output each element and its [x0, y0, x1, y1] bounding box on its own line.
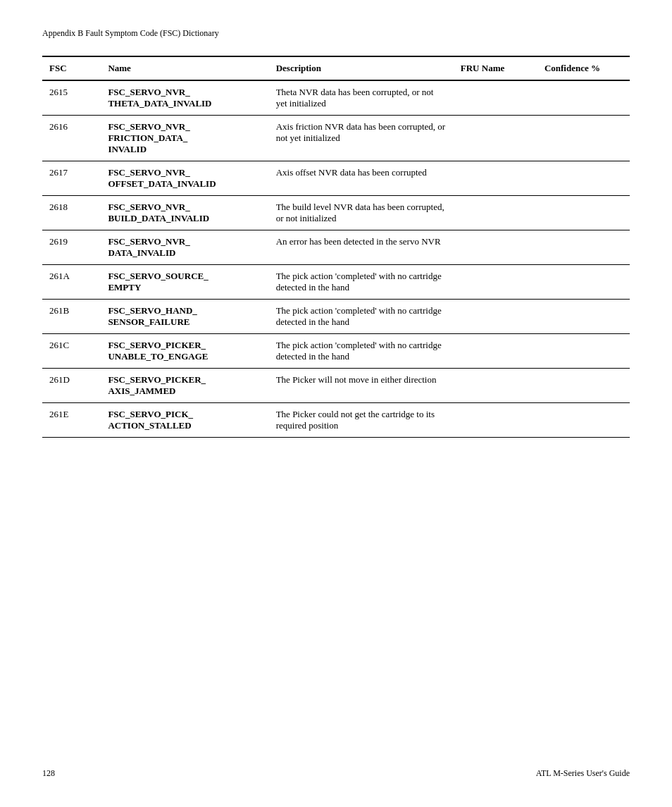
table-row: 2619 FSC_SERVO_NVR_DATA_INVALID An error…	[42, 230, 630, 265]
cell-confidence	[537, 369, 630, 403]
table-row: 261D FSC_SERVO_PICKER_AXIS_JAMMED The Pi…	[42, 369, 630, 403]
cell-name: FSC_SERVO_NVR_FRICTION_DATA_INVALID	[101, 116, 268, 161]
cell-fru	[454, 80, 537, 116]
col-header-fsc: FSC	[42, 56, 101, 80]
col-header-confidence: Confidence %	[537, 56, 630, 80]
cell-confidence	[537, 80, 630, 116]
col-header-name: Name	[101, 56, 268, 80]
book-title: ATL M-Series User's Guide	[536, 768, 630, 779]
cell-fsc: 261C	[42, 334, 101, 369]
header-text: Appendix B Fault Symptom Code (FSC) Dict…	[42, 28, 219, 38]
cell-description: The pick action 'completed' with no cart…	[269, 300, 454, 334]
cell-name: FSC_SERVO_HAND_SENSOR_FAILURE	[101, 300, 268, 334]
cell-fru	[454, 196, 537, 230]
cell-fru	[454, 334, 537, 369]
cell-fsc: 2619	[42, 230, 101, 265]
cell-confidence	[537, 403, 630, 438]
cell-description: Axis offset NVR data has been corrupted	[269, 161, 454, 196]
cell-fsc: 2615	[42, 80, 101, 116]
cell-confidence	[537, 300, 630, 334]
cell-fsc: 2618	[42, 196, 101, 230]
cell-fsc: 261D	[42, 369, 101, 403]
cell-name: FSC_SERVO_NVR_DATA_INVALID	[101, 230, 268, 265]
cell-fru	[454, 161, 537, 196]
cell-confidence	[537, 161, 630, 196]
table-row: 2618 FSC_SERVO_NVR_BUILD_DATA_INVALID Th…	[42, 196, 630, 230]
page-container: Appendix B Fault Symptom Code (FSC) Dict…	[0, 0, 672, 466]
table-row: 2615 FSC_SERVO_NVR_THETA_DATA_INVALID Th…	[42, 80, 630, 116]
cell-fru	[454, 116, 537, 161]
cell-name: FSC_SERVO_PICKER_AXIS_JAMMED	[101, 369, 268, 403]
cell-description: The pick action 'completed' with no cart…	[269, 265, 454, 300]
table-row: 2617 FSC_SERVO_NVR_OFFSET_DATA_INVALID A…	[42, 161, 630, 196]
cell-description: An error has been detected in the servo …	[269, 230, 454, 265]
cell-fsc: 2617	[42, 161, 101, 196]
cell-description: The pick action 'completed' with no cart…	[269, 334, 454, 369]
cell-confidence	[537, 196, 630, 230]
cell-name: FSC_SERVO_NVR_THETA_DATA_INVALID	[101, 80, 268, 116]
cell-confidence	[537, 116, 630, 161]
table-row: 2616 FSC_SERVO_NVR_FRICTION_DATA_INVALID…	[42, 116, 630, 161]
cell-description: Theta NVR data has been corrupted, or no…	[269, 80, 454, 116]
cell-description: The Picker could not get the cartridge t…	[269, 403, 454, 438]
cell-fru	[454, 265, 537, 300]
cell-fru	[454, 230, 537, 265]
cell-fru	[454, 369, 537, 403]
table-row: 261B FSC_SERVO_HAND_SENSOR_FAILURE The p…	[42, 300, 630, 334]
cell-name: FSC_SERVO_SOURCE_EMPTY	[101, 265, 268, 300]
cell-fru	[454, 300, 537, 334]
col-header-description: Description	[269, 56, 454, 80]
table-row: 261A FSC_SERVO_SOURCE_EMPTY The pick act…	[42, 265, 630, 300]
page-footer: 128 ATL M-Series User's Guide	[42, 768, 630, 779]
cell-confidence	[537, 334, 630, 369]
cell-fsc: 261B	[42, 300, 101, 334]
cell-fru	[454, 403, 537, 438]
cell-description: The Picker will not move in either direc…	[269, 369, 454, 403]
col-header-fru: FRU Name	[454, 56, 537, 80]
cell-description: The build level NVR data has been corrup…	[269, 196, 454, 230]
table-row: 261E FSC_SERVO_PICK_ACTION_STALLED The P…	[42, 403, 630, 438]
page-header: Appendix B Fault Symptom Code (FSC) Dict…	[42, 28, 630, 39]
cell-name: FSC_SERVO_NVR_OFFSET_DATA_INVALID	[101, 161, 268, 196]
cell-confidence	[537, 265, 630, 300]
cell-confidence	[537, 230, 630, 265]
cell-fsc: 2616	[42, 116, 101, 161]
cell-name: FSC_SERVO_PICK_ACTION_STALLED	[101, 403, 268, 438]
cell-name: FSC_SERVO_NVR_BUILD_DATA_INVALID	[101, 196, 268, 230]
cell-fsc: 261E	[42, 403, 101, 438]
fsc-table: FSC Name Description FRU Name Confidence…	[42, 56, 630, 438]
page-number: 128	[42, 768, 55, 779]
table-row: 261C FSC_SERVO_PICKER_UNABLE_TO_ENGAGE T…	[42, 334, 630, 369]
cell-name: FSC_SERVO_PICKER_UNABLE_TO_ENGAGE	[101, 334, 268, 369]
cell-description: Axis friction NVR data has been corrupte…	[269, 116, 454, 161]
cell-fsc: 261A	[42, 265, 101, 300]
